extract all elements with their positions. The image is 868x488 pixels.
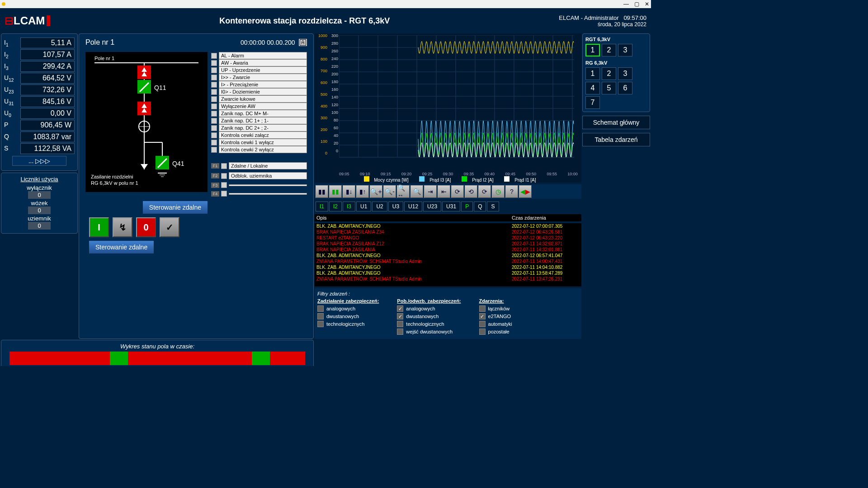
- signal-toggle-I1[interactable]: I1: [316, 202, 328, 211]
- filter-checkbox[interactable]: ✓: [397, 305, 403, 312]
- filter-checkbox[interactable]: ✓: [479, 313, 486, 319]
- nav-rg-5[interactable]: 5: [602, 82, 616, 94]
- filter-checkbox[interactable]: [317, 305, 324, 312]
- close-breaker-button[interactable]: I: [89, 217, 109, 237]
- refresh-icon[interactable]: ⟳: [451, 185, 464, 198]
- filter-checkbox[interactable]: [479, 321, 486, 327]
- counter-value: 0: [28, 191, 51, 199]
- signal-checkbox[interactable]: [211, 132, 217, 138]
- filter-checkbox[interactable]: [479, 328, 486, 335]
- nav-rgt-1[interactable]: 1: [585, 44, 600, 56]
- signal-checkbox[interactable]: [211, 60, 217, 66]
- signal-toggle-I2[interactable]: I2: [329, 202, 342, 211]
- signal-checkbox[interactable]: [211, 53, 217, 59]
- signal-toggle-U23[interactable]: U23: [423, 202, 441, 211]
- nav-rgt-3[interactable]: 3: [618, 44, 632, 56]
- signal-checkbox[interactable]: [211, 67, 217, 73]
- signal-checkbox[interactable]: [211, 96, 217, 102]
- signal-toggle-P[interactable]: P: [461, 202, 473, 211]
- meas-value: 664,52 V: [20, 73, 75, 84]
- filter-checkbox[interactable]: ✓: [397, 313, 403, 319]
- fkey-label: F2: [211, 173, 219, 178]
- signal-checkbox[interactable]: [211, 89, 217, 95]
- event-filters: Filtry zdarzeń : Zadziałanie zabezpiecze…: [315, 288, 581, 339]
- signal-label: I> - Przeciążenie: [219, 81, 307, 88]
- zoom-in-icon[interactable]: 🔍+: [370, 185, 382, 198]
- nav-rg-7[interactable]: 7: [585, 96, 600, 109]
- zoom-reset-icon[interactable]: 🔍: [410, 185, 423, 198]
- import-icon[interactable]: ⇤: [438, 185, 450, 198]
- nav-rg-6[interactable]: 6: [618, 82, 632, 94]
- signal-toggle-S[interactable]: S: [487, 202, 499, 211]
- signal-label: Zwarcie łukowe: [219, 95, 307, 103]
- swap-icon[interactable]: ◀▶: [519, 185, 532, 198]
- signal-checkbox[interactable]: [211, 111, 217, 117]
- zoom-fit-icon[interactable]: 🔍↔: [397, 185, 410, 198]
- meas-label: Q: [4, 133, 18, 141]
- fkey-label: F1: [211, 163, 219, 169]
- export-icon[interactable]: ⇥: [424, 185, 437, 198]
- filter-checkbox[interactable]: [397, 328, 403, 335]
- signal-checkbox[interactable]: [211, 125, 217, 131]
- fkey-checkbox[interactable]: [221, 182, 227, 188]
- toggle-button[interactable]: ↯: [113, 217, 132, 237]
- nav-rg-1[interactable]: 1: [585, 67, 600, 80]
- signal-toggle-U2[interactable]: U2: [372, 202, 387, 211]
- main-schema-button[interactable]: Schemat główny: [582, 116, 650, 129]
- meas-label: U12: [4, 74, 18, 83]
- auto-refresh-icon[interactable]: ⟳: [478, 185, 491, 198]
- signal-checkbox[interactable]: [211, 103, 217, 109]
- bar-down-icon[interactable]: ▮↓: [343, 185, 355, 198]
- fkey-checkbox[interactable]: [221, 191, 227, 197]
- filter-checkbox[interactable]: [317, 321, 324, 327]
- sync-icon[interactable]: ⟲: [465, 185, 477, 198]
- page-title: Kontenerowa stacja rozdzielcza - RGT 6,3…: [50, 16, 559, 26]
- maximize-button[interactable]: ▢: [634, 1, 639, 7]
- nav-rg-2[interactable]: 2: [602, 67, 616, 80]
- fkey-checkbox[interactable]: [221, 163, 227, 169]
- chart-toolbar: ▮▮ ▮▮ ▮↓ ▮↑ 🔍+ 🔍- 🔍↔ 🔍 ⇥ ⇤ ⟳ ⟲ ⟳ ◷ ? ◀▶: [315, 184, 581, 199]
- filter-checkbox[interactable]: [397, 321, 403, 327]
- usage-counters-panel: Liczniki użycia wyłącznik0wózek0uziemnik…: [1, 173, 78, 234]
- fkey-label: F3: [211, 183, 219, 188]
- meas-label: P: [4, 121, 18, 130]
- fkey-text: Zdalne / Lokalne: [229, 162, 307, 169]
- close-button[interactable]: ✕: [645, 1, 649, 7]
- event-table[interactable]: BLK. ZAB. ADMITANCYJNEGO2022-07-12 07:00…: [315, 223, 581, 286]
- nav-panel: RGT 6,3kV 123 RG 6,3kV 1234567: [582, 33, 650, 112]
- nav-rg-4[interactable]: 4: [585, 82, 600, 94]
- nav-rg-3[interactable]: 3: [618, 67, 632, 80]
- signal-toggle-U3[interactable]: U3: [388, 202, 403, 211]
- signal-checkbox[interactable]: [211, 82, 217, 88]
- remote-control-button-2[interactable]: Sterowanie zdalne: [89, 241, 154, 253]
- filter-checkbox[interactable]: [479, 305, 486, 312]
- signal-checkbox[interactable]: [211, 75, 217, 80]
- fkey-checkbox[interactable]: [221, 173, 227, 179]
- remote-control-button[interactable]: Sterowanie zdalne: [143, 201, 208, 214]
- signal-toggle-U12[interactable]: U12: [404, 202, 422, 211]
- filter-checkbox[interactable]: [317, 313, 324, 319]
- more-measurements-button[interactable]: ... ▷▷▷: [12, 156, 66, 166]
- signal-label: I>> - Zwarcie: [219, 74, 307, 81]
- signal-toggle-Q[interactable]: Q: [474, 202, 486, 211]
- bar-chart-icon[interactable]: ▮▮: [316, 185, 328, 198]
- clock-icon[interactable]: ◷: [492, 185, 505, 198]
- bar-up-icon[interactable]: ▮↑: [356, 185, 369, 198]
- signal-toggle-U1[interactable]: U1: [356, 202, 371, 211]
- signal-checkbox[interactable]: [211, 118, 217, 124]
- minimize-button[interactable]: —: [623, 1, 629, 7]
- signal-toggle-U31[interactable]: U31: [442, 202, 460, 211]
- signal-checkbox[interactable]: [211, 147, 217, 153]
- zoom-out-icon[interactable]: 🔍-: [383, 185, 396, 198]
- confirm-button[interactable]: ✓: [160, 217, 179, 237]
- bar-chart-green-icon[interactable]: ▮▮: [329, 185, 342, 198]
- nav-rgt-2[interactable]: 2: [602, 44, 616, 56]
- open-breaker-button[interactable]: 0: [136, 217, 156, 237]
- meas-label: U0: [4, 109, 18, 118]
- help-icon[interactable]: ?: [505, 185, 518, 198]
- signal-toggle-I3[interactable]: I3: [343, 202, 355, 211]
- signal-label: AW - Awaria: [219, 59, 307, 66]
- signal-checkbox[interactable]: [211, 140, 217, 145]
- event-table-button[interactable]: Tabela zdarzeń: [582, 133, 650, 146]
- signal-selector-toolbar: I1I2I3U1U2U3U12U23U31PQS: [315, 201, 581, 212]
